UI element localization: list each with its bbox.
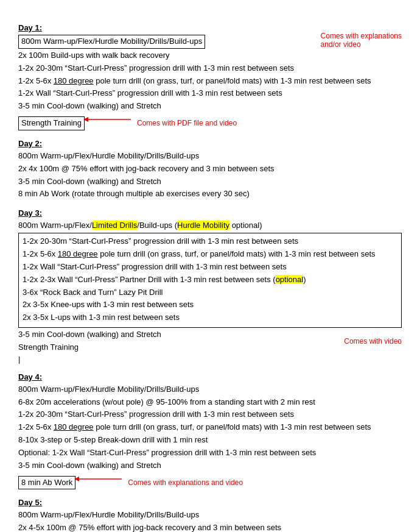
day-line: 800m Warm-up/Flex/Limited Drills/Build-u… (18, 220, 402, 232)
day-section-4: Day 4:800m Warm-up/Flex/Hurdle Mobility/… (18, 372, 402, 490)
day-line: 2x 4x 100m @ 75% effort with jog-back re… (18, 163, 402, 175)
day-line: 800m Warm-up/Flex/Hurdle Mobility/Drills… (18, 151, 402, 162)
day-line: 6-8x 20m accelerations (w/out pole) @ 95… (18, 397, 402, 408)
day-section-5: Day 5:800m Warm-up/Flex/Hurdle Mobility/… (18, 498, 402, 532)
annotation-explanations-video: Comes with explanations and video (128, 478, 243, 487)
day-label: Day 3: (18, 208, 402, 218)
day-line: 8 min Ab Work (rotate through multiple a… (18, 188, 402, 200)
day-line: 2x 100m Build-ups with walk back recover… (18, 50, 402, 62)
day3-drill-box: 1-2x 20-30m “Start-Curl-Press” progressi… (18, 233, 402, 328)
day-line: Strength TrainingComes with PDF file and… (18, 113, 402, 130)
day-line: 3-5 min Cool-down (walking) and Stretch (18, 176, 402, 188)
annotation-comes-with-explanations-video: Comes with explanationsand/or video (321, 32, 402, 49)
day-line: 1-2x 20-30m “Start-Curl-Press” progressi… (23, 236, 397, 247)
day-line: 800m Warm-up/Flex/Hurdle Mobility/Drills… (18, 509, 402, 521)
day-section-1: Day 1:Comes with explanationsand/or vide… (18, 23, 402, 130)
day-line: 8 min Ab WorkComes with explanations and… (18, 473, 402, 490)
day-line: 2x 3-5x Knee-ups with 1-3 min rest betwe… (23, 299, 397, 311)
day-line: 1-2x 20-30m “Start-Curl-Press” progressi… (18, 409, 402, 420)
day-line: 1-2x 2-3x Wall “Curl-Press” Partner Dril… (23, 274, 397, 286)
day-line: 3-5 min Cool-down (walking) and Stretch (18, 101, 402, 112)
day-line: 1-2x 5-6x 180 degree pole turn drill (on… (23, 249, 397, 260)
day-line: 2x 3-5x L-ups with 1-3 min rest between … (23, 312, 397, 324)
day-line: 8-10x 3-step or 5-step Break-down drill … (18, 434, 402, 446)
day-section-3: Day 3:800m Warm-up/Flex/Limited Drills/B… (18, 208, 402, 363)
day-label: Day 4: (18, 372, 402, 381)
day-line: Optional: 1-2x Wall “Start-Curl-Press” p… (18, 447, 402, 459)
day-label: Day 2: (18, 139, 402, 148)
day-line: 800m Warm-up/Flex/Hurdle Mobility/Drills… (18, 384, 402, 395)
day-line: 1-2x 5-6x 180 degree pole turn drill (on… (18, 76, 402, 87)
day-label: Day 1: (18, 23, 402, 32)
day-line: | (18, 355, 402, 364)
annotation-pdf-video: Comes with PDF file and video (137, 119, 237, 127)
annotation-comes-with-video: Comes with video (344, 337, 402, 346)
day-line: 3-5 min Cool-down (walking) and Stretch (18, 460, 402, 472)
day-label: Day 5: (18, 498, 402, 507)
day-line: 2x 4-5x 100m @ 75% effort with jog-back … (18, 522, 402, 532)
day-section-2: Day 2:800m Warm-up/Flex/Hurdle Mobility/… (18, 139, 402, 200)
day-line: 1-2x 5-6x 180 degree pole turn drill (on… (18, 422, 402, 433)
day-line: 1-2x Wall “Start-Curl-Press” progression… (18, 88, 402, 99)
day-line: 3-6x “Rock Back and Turn” Lazy Pit Drill (23, 287, 397, 299)
day-line: 1-2x Wall “Start-Curl-Press” progression… (23, 261, 397, 273)
day-line: 1-2x 20-30m “Start-Curl-Press” progressi… (18, 63, 402, 74)
